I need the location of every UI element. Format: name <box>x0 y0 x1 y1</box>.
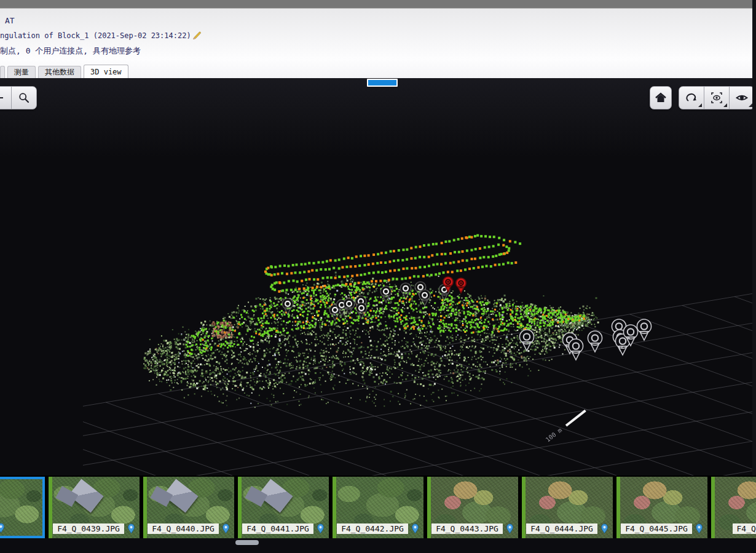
thumbnail-item[interactable]: F4_Q_0442.JPG <box>333 477 423 538</box>
location-pin-icon <box>317 523 325 534</box>
tab-bar: 测量 其他数据 3D view <box>0 65 756 78</box>
block-title: ngulation of Block_1 (2021-Sep-02 23:14:… <box>0 31 191 40</box>
thumbnail-item[interactable]: 38.JPG <box>0 477 45 538</box>
tab-partial[interactable] <box>0 66 5 78</box>
location-pin-icon <box>127 523 135 534</box>
block-header: AT ngulation of Block_1 (2021-Sep-02 23:… <box>0 9 756 78</box>
home-view-button[interactable] <box>650 86 672 109</box>
view-focus-button[interactable] <box>704 87 729 109</box>
tab-3d-view[interactable]: 3D view <box>84 65 128 78</box>
bottom-bar <box>0 538 756 553</box>
thumbnail-item[interactable]: F4_Q_0439.JPG <box>49 477 140 538</box>
app-label: AT <box>5 16 15 25</box>
roof-shape <box>163 479 198 512</box>
select-tool-button[interactable] <box>0 87 11 109</box>
app-window: AT ngulation of Block_1 (2021-Sep-02 23:… <box>0 0 756 553</box>
thumbnail-item[interactable]: F4_Q_0440.JPG <box>143 477 234 538</box>
focus-eye-icon <box>710 91 723 105</box>
left-tool-group <box>0 86 37 109</box>
filmstrip-track: 38.JPG F4_Q_0439.JPG F4_Q_0440.JPG <box>0 477 756 538</box>
thumbnail-item[interactable]: F4_Q_0 <box>711 477 756 538</box>
select-tool-icon <box>0 92 4 103</box>
orbit-mode-button[interactable] <box>679 87 704 109</box>
window-right-edge <box>752 0 756 475</box>
thumbnail-label: F4_Q_0440.JPG <box>148 523 219 534</box>
viewport-slider-handle[interactable] <box>367 79 398 87</box>
location-pin-icon <box>411 523 419 534</box>
location-pin-icon <box>506 523 514 534</box>
thumbnail-item[interactable]: F4_Q_0441.JPG <box>238 477 329 538</box>
filmstrip-scrollbar-thumb[interactable] <box>235 540 259 545</box>
location-pin-icon <box>600 523 608 534</box>
thumbnail-label: F4_Q_0445.JPG <box>621 523 692 534</box>
3d-viewport-canvas[interactable] <box>0 78 756 475</box>
thumbnail-item[interactable]: F4_Q_0443.JPG <box>427 477 518 538</box>
location-pin-icon <box>695 523 703 534</box>
edit-pencil-icon[interactable] <box>192 31 202 40</box>
thumbnail-label: F4_Q_0442.JPG <box>337 523 408 534</box>
block-summary: 制点, 0 个用户连接点, 具有地理参考 <box>0 46 141 57</box>
tab-other-data[interactable]: 其他数据 <box>38 66 81 78</box>
3d-viewport <box>0 78 756 475</box>
view-mode-group <box>679 86 755 109</box>
thumbnail-label: F4_Q_0 <box>733 523 756 534</box>
thumbnail-label: F4_Q_0443.JPG <box>431 523 503 534</box>
location-pin-icon <box>0 523 5 533</box>
thumbnail-item[interactable]: F4_Q_0444.JPG <box>522 477 613 538</box>
thumbnail-label: F4_Q_0444.JPG <box>526 523 597 534</box>
visibility-button[interactable] <box>729 87 754 109</box>
magnifier-icon <box>18 92 30 104</box>
orbit-icon <box>685 91 698 105</box>
thumbnail-label: F4_Q_0439.JPG <box>53 523 124 534</box>
location-pin-icon <box>222 523 230 534</box>
thumbnail-label: F4_Q_0441.JPG <box>242 523 313 534</box>
photo-filmstrip: 38.JPG F4_Q_0439.JPG F4_Q_0440.JPG <box>0 475 756 538</box>
home-icon <box>655 92 667 103</box>
roof-shape <box>68 479 103 512</box>
thumbnail-item[interactable]: F4_Q_0445.JPG <box>616 477 707 538</box>
window-titlebar <box>0 0 756 9</box>
tab-survey[interactable]: 测量 <box>7 66 36 78</box>
roof-shape <box>258 479 293 512</box>
eye-icon <box>735 91 749 105</box>
zoom-tool-button[interactable] <box>11 87 36 109</box>
